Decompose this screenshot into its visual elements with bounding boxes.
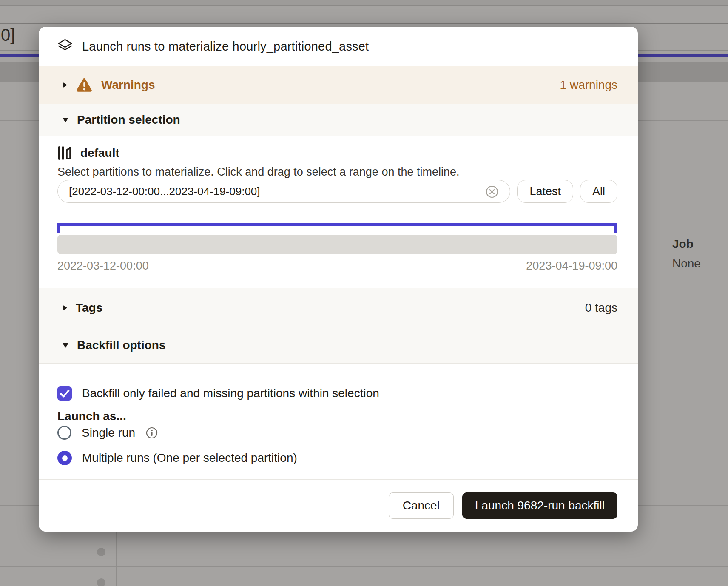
latest-button[interactable]: Latest — [517, 180, 573, 203]
cancel-button[interactable]: Cancel — [389, 492, 454, 519]
multiple-runs-option[interactable]: Multiple runs (One per selected partitio… — [57, 451, 297, 465]
chevron-right-icon — [63, 82, 67, 88]
partition-range-input[interactable] — [57, 180, 510, 203]
chevron-right-icon — [63, 305, 67, 311]
background-column-divider — [116, 532, 117, 586]
all-button[interactable]: All — [580, 180, 617, 203]
background-row-line — [0, 566, 728, 567]
backfill-options-header: Backfill options — [77, 339, 165, 352]
partition-dimension: default — [57, 146, 119, 160]
launch-as-label: Launch as... — [57, 410, 126, 423]
backfill-only-failed-label: Backfill only failed and missing partiti… — [82, 387, 379, 400]
dialog-header: Launch runs to materialize hourly_partit… — [39, 27, 638, 66]
partition-set-icon — [57, 146, 71, 160]
timeline-selection-tick-left — [57, 226, 60, 233]
timeline-selection-tick-right — [614, 226, 617, 233]
chevron-down-icon — [63, 118, 68, 122]
timeline-start-label: 2022-03-12-00:00 — [57, 259, 149, 273]
launch-backfill-button[interactable]: Launch 9682-run backfill — [462, 492, 617, 519]
chevron-down-icon — [63, 343, 68, 348]
footer-divider — [39, 479, 638, 480]
partition-dimension-name: default — [80, 146, 119, 160]
background-row-line — [0, 536, 728, 536]
backfill-options-toggle[interactable]: Backfill options — [39, 327, 638, 364]
background-top-bar — [0, 0, 728, 6]
warnings-label: Warnings — [101, 78, 155, 92]
tags-header: Tags — [76, 301, 102, 315]
background-job-value: None — [672, 257, 701, 270]
partition-selection-toggle[interactable]: Partition selection — [39, 104, 638, 136]
warning-triangle-icon — [76, 77, 93, 93]
backfill-only-failed-option[interactable]: Backfill only failed and missing partiti… — [57, 386, 379, 401]
tags-count: 0 tags — [585, 301, 617, 315]
background-divider — [0, 23, 728, 24]
warnings-count: 1 warnings — [560, 78, 617, 92]
warnings-section-toggle[interactable]: Warnings 1 warnings — [39, 66, 638, 104]
background-partial-input-text: 0] — [1, 26, 15, 45]
timeline-end-label: 2023-04-19-09:00 — [526, 259, 617, 273]
launch-backfill-dialog: Launch runs to materialize hourly_partit… — [39, 27, 638, 532]
dialog-footer: Cancel Launch 9682-run backfill — [389, 492, 617, 519]
radio-unselected-icon[interactable] — [57, 426, 71, 440]
partition-timeline-bar[interactable] — [57, 235, 617, 254]
background-status-dot — [97, 578, 105, 586]
radio-selected-icon[interactable] — [57, 451, 72, 465]
single-run-option[interactable]: Single run — [57, 426, 158, 440]
checkbox-checked-icon[interactable] — [57, 386, 72, 401]
partition-selection-header: Partition selection — [77, 113, 180, 127]
tags-section-toggle[interactable]: Tags 0 tags — [39, 288, 638, 327]
timeline-selection-line — [57, 223, 617, 226]
partition-selection-description: Select partitions to materialize. Click … — [57, 165, 460, 179]
clear-selection-icon[interactable] — [485, 185, 499, 199]
partition-range-row: Latest All — [57, 180, 617, 203]
materialize-layers-icon — [57, 39, 73, 54]
background-job-column-header: Job — [672, 237, 694, 251]
dialog-title: Launch runs to materialize hourly_partit… — [82, 40, 369, 54]
info-icon[interactable] — [145, 427, 158, 439]
background-status-dot — [97, 548, 105, 556]
multiple-runs-label: Multiple runs (One per selected partitio… — [82, 451, 297, 465]
single-run-label: Single run — [82, 426, 135, 440]
